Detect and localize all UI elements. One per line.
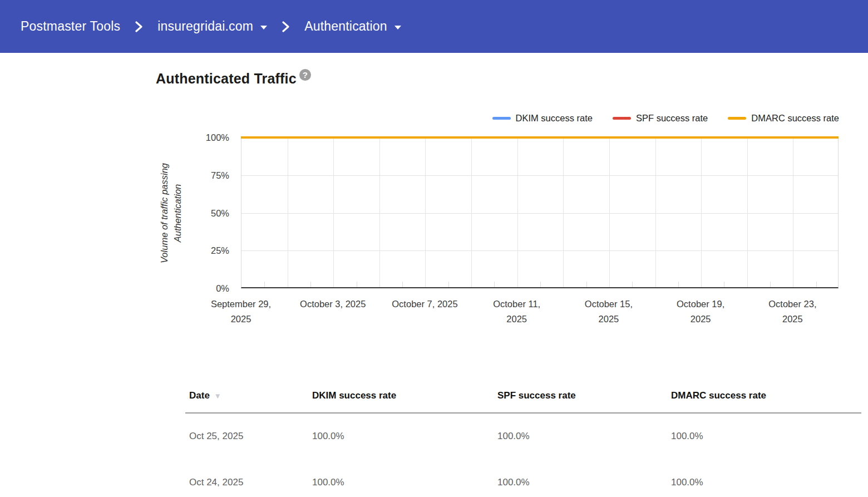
x-axis-tick-label: October 19, 2025 (653, 297, 748, 327)
vertical-gridline (793, 137, 793, 287)
table-header-spf[interactable]: SPF success rate (497, 378, 671, 413)
y-axis-tick-label: 100% (185, 132, 229, 143)
page: Postmaster Tools insuregridai.com Authen… (0, 0, 868, 497)
breadcrumb-page-selector[interactable]: Authentication (304, 19, 401, 34)
vertical-gridline (609, 137, 610, 287)
minor-tick (724, 282, 724, 287)
vertical-gridline (333, 137, 334, 287)
breadcrumb-label: insuregridai.com (157, 19, 253, 34)
vertical-gridline (288, 137, 288, 287)
legend-swatch-icon (492, 117, 511, 120)
y-axis-title: Volume of traffic passing Authentication (157, 130, 184, 297)
authentication-table: Date▼ DKIM success rate SPF success rate… (185, 378, 861, 497)
x-axis-tick-label: October 23, 2025 (745, 297, 840, 327)
y-axis-tick-label: 25% (185, 245, 229, 256)
vertical-gridline (563, 137, 564, 287)
legend-label: DMARC success rate (751, 113, 839, 124)
cell-dmarc: 100.0% (671, 413, 861, 459)
chart-plot-area (241, 137, 839, 288)
cell-spf: 100.0% (497, 459, 671, 497)
table-row: Oct 25, 2025 100.0% 100.0% 100.0% (185, 413, 861, 459)
legend-item-dmarc: DMARC success rate (728, 113, 839, 124)
breadcrumb-item-postmaster-tools[interactable]: Postmaster Tools (21, 19, 120, 34)
minor-tick (264, 282, 265, 287)
chevron-right-icon (282, 20, 290, 33)
y-axis-tick-label: 0% (185, 283, 229, 294)
vertical-gridline (655, 137, 656, 287)
top-app-bar: Postmaster Tools insuregridai.com Authen… (0, 0, 868, 53)
legend-label: DKIM success rate (516, 113, 593, 124)
minor-tick (448, 282, 449, 287)
minor-tick (586, 282, 587, 287)
chart-legend: DKIM success rateSPF success rateDMARC s… (492, 113, 839, 124)
table-header-row: Date▼ DKIM success rate SPF success rate… (185, 378, 861, 413)
x-axis-tick-label: October 15, 2025 (561, 297, 656, 327)
horizontal-gridline (241, 213, 838, 214)
breadcrumb-label: Postmaster Tools (21, 19, 120, 34)
breadcrumb-domain-selector[interactable]: insuregridai.com (157, 19, 267, 34)
legend-item-dkim: DKIM success rate (492, 113, 593, 124)
minor-tick (402, 282, 403, 287)
minor-tick (310, 282, 311, 287)
legend-swatch-icon (613, 117, 631, 120)
minor-tick (632, 282, 633, 287)
minor-tick (770, 282, 771, 287)
vertical-gridline (379, 137, 380, 287)
vertical-gridline (425, 137, 426, 287)
minor-tick (357, 282, 357, 287)
cell-dmarc: 100.0% (671, 459, 861, 497)
breadcrumb-label: Authentication (304, 19, 387, 34)
x-axis-tick-label: September 29, 2025 (194, 297, 288, 327)
page-title: Authenticated Traffic (156, 71, 297, 87)
chevron-right-icon (135, 20, 143, 33)
y-axis-tick-label: 75% (185, 170, 229, 180)
page-title-row: Authenticated Traffic ? (156, 71, 311, 87)
cell-date: Oct 24, 2025 (185, 459, 312, 497)
minor-tick (540, 282, 541, 287)
horizontal-gridline (241, 175, 838, 176)
legend-swatch-icon (728, 117, 746, 120)
table-header-dmarc[interactable]: DMARC success rate (671, 378, 861, 413)
vertical-gridline (701, 137, 702, 287)
series-line-dmarc (241, 136, 839, 139)
vertical-gridline (517, 137, 518, 287)
cell-date: Oct 25, 2025 (185, 413, 312, 459)
legend-item-spf: SPF success rate (613, 113, 708, 124)
minor-tick (816, 282, 817, 287)
table-header-dkim[interactable]: DKIM success rate (312, 378, 497, 413)
cell-spf: 100.0% (497, 413, 671, 459)
table-header-date[interactable]: Date▼ (185, 378, 312, 413)
minor-tick (494, 282, 495, 287)
minor-tick (678, 282, 679, 287)
horizontal-gridline (241, 250, 838, 251)
x-axis-tick-label: October 7, 2025 (377, 297, 472, 312)
dropdown-caret-icon (394, 26, 401, 29)
cell-dkim: 100.0% (312, 459, 497, 497)
cell-dkim: 100.0% (312, 413, 497, 459)
x-axis-tick-label: October 11, 2025 (470, 297, 564, 327)
y-axis-tick-label: 50% (185, 208, 229, 218)
dropdown-caret-icon (260, 26, 267, 29)
sort-desc-icon: ▼ (214, 392, 221, 400)
vertical-gridline (471, 137, 472, 287)
help-icon[interactable]: ? (299, 69, 311, 81)
vertical-gridline (747, 137, 748, 287)
legend-label: SPF success rate (636, 113, 708, 124)
x-axis-tick-label: October 3, 2025 (285, 297, 380, 312)
table-row: Oct 24, 2025 100.0% 100.0% 100.0% (185, 459, 861, 497)
